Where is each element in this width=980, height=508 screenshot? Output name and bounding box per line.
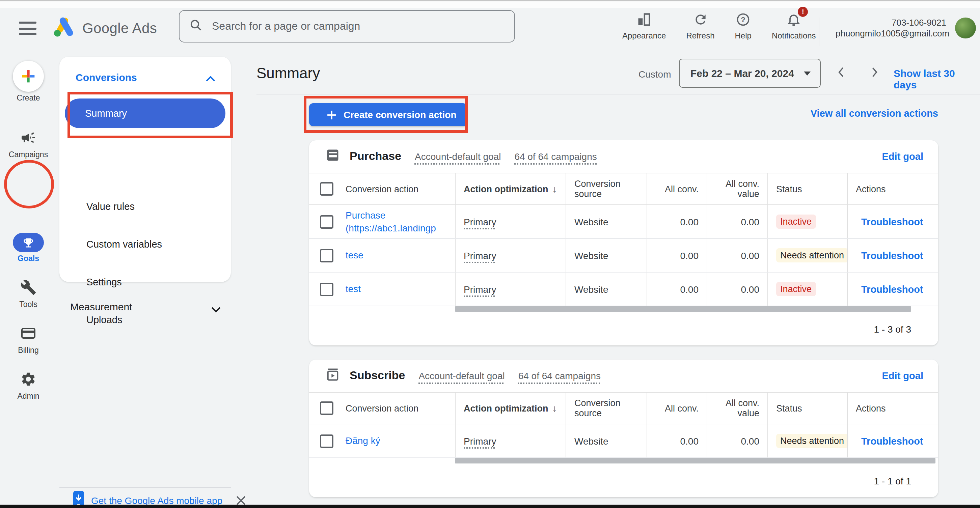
refresh-icon bbox=[693, 11, 708, 29]
subnav-item-value-rules[interactable]: Value rules bbox=[86, 201, 135, 212]
header-divider bbox=[256, 94, 980, 94]
row-checkbox[interactable] bbox=[320, 215, 333, 229]
all-conv-value-cell: 0.00 bbox=[706, 273, 767, 306]
table-row: testPrimaryWebsite0.000.00InactiveTroubl… bbox=[309, 273, 938, 306]
notification-badge: ! bbox=[798, 7, 808, 17]
row-checkbox[interactable] bbox=[320, 434, 333, 448]
bottom-edge-bar bbox=[0, 505, 980, 508]
svg-text:?: ? bbox=[741, 15, 745, 24]
refresh-button[interactable]: Refresh bbox=[686, 11, 714, 40]
create-conversion-action-button[interactable]: Create conversion action bbox=[309, 103, 468, 126]
date-range-picker[interactable]: Feb 22 – Mar 20, 2024 bbox=[679, 59, 821, 88]
optimization-value[interactable]: Primary bbox=[464, 284, 496, 294]
account-info[interactable]: 703-106-9021 phuongmilo1005@gmail.com bbox=[835, 17, 946, 40]
notifications-button[interactable]: ! Notifications bbox=[772, 11, 816, 40]
sort-descending-icon[interactable]: ↓ bbox=[552, 184, 557, 194]
goal-default-badge[interactable]: Account-default goal bbox=[418, 370, 504, 381]
measurement-section[interactable]: Measurement bbox=[59, 297, 231, 317]
all-conv-cell: 0.00 bbox=[647, 239, 706, 272]
appearance-button[interactable]: Appearance bbox=[622, 11, 666, 40]
conversion-source-cell: Website bbox=[566, 239, 647, 272]
troubleshoot-link[interactable]: Troubleshoot bbox=[856, 284, 923, 294]
conversion-action-link[interactable]: test bbox=[345, 283, 361, 295]
row-checkbox[interactable] bbox=[320, 249, 333, 262]
goal-card-header: SubscribeAccount-default goal64 of 64 ca… bbox=[309, 360, 938, 392]
help-button[interactable]: ? Help bbox=[735, 11, 751, 40]
conversion-source-cell: Website bbox=[566, 424, 647, 457]
plus-icon bbox=[327, 110, 337, 120]
close-icon[interactable] bbox=[236, 496, 245, 505]
troubleshoot-link[interactable]: Troubleshoot bbox=[856, 435, 923, 446]
purchase-goal-icon bbox=[325, 148, 340, 165]
google-ads-logo[interactable]: Google Ads bbox=[52, 16, 157, 40]
next-date-range-button[interactable] bbox=[867, 65, 881, 82]
horizontal-scrollbar[interactable] bbox=[455, 306, 911, 312]
dropdown-caret-icon bbox=[804, 71, 811, 75]
sort-descending-icon[interactable]: ↓ bbox=[552, 403, 557, 414]
conversion-action-link[interactable]: Đăng ký bbox=[345, 435, 380, 447]
conversions-section-label[interactable]: Conversions bbox=[76, 71, 137, 83]
conversion-action-link[interactable]: tese bbox=[345, 249, 363, 262]
subnav-item-summary[interactable]: Summary bbox=[65, 98, 226, 128]
goal-card-subscribe: SubscribeAccount-default goal64 of 64 ca… bbox=[309, 360, 938, 497]
edit-goal-link[interactable]: Edit goal bbox=[882, 370, 923, 381]
sidebar-item-billing[interactable]: Billing bbox=[0, 325, 57, 354]
status-badge: Needs attention bbox=[776, 248, 848, 262]
date-mode-label: Custom bbox=[638, 69, 671, 79]
troubleshoot-link[interactable]: Troubleshoot bbox=[856, 216, 923, 227]
sidebar-item-create[interactable]: Create bbox=[0, 61, 57, 102]
goal-campaigns-badge[interactable]: 64 of 64 campaigns bbox=[519, 370, 601, 381]
optimization-value[interactable]: Primary bbox=[464, 216, 496, 227]
pagination-label: 1 - 1 of 1 bbox=[309, 464, 938, 497]
bell-icon: ! bbox=[786, 11, 801, 29]
menu-icon[interactable] bbox=[19, 22, 37, 35]
troubleshoot-link[interactable]: Troubleshoot bbox=[856, 250, 923, 261]
sidebar-item-tools[interactable]: Tools bbox=[0, 279, 57, 308]
conversion-action-cell: test bbox=[309, 273, 455, 306]
column-header: All conv. bbox=[647, 393, 706, 424]
view-all-conversion-actions-link[interactable]: View all conversion actions bbox=[811, 108, 938, 119]
goal-name: Subscribe bbox=[350, 369, 405, 383]
all-conv-cell: 0.00 bbox=[647, 273, 706, 306]
action-optimization-cell: Primary bbox=[455, 239, 566, 272]
status-badge: Inactive bbox=[776, 214, 816, 229]
date-range-value: Feb 22 – Mar 20, 2024 bbox=[690, 67, 794, 79]
all-conv-value-cell: 0.00 bbox=[706, 205, 767, 238]
search-bar[interactable] bbox=[179, 10, 515, 43]
topbar-divider bbox=[819, 17, 819, 46]
column-header: All conv. value bbox=[706, 393, 767, 424]
credit-card-icon bbox=[20, 332, 37, 343]
subnav-item-settings[interactable]: Settings bbox=[86, 276, 122, 287]
select-all-checkbox[interactable] bbox=[320, 182, 333, 196]
avatar[interactable] bbox=[955, 17, 976, 38]
subnav-item-custom-variables[interactable]: Custom variables bbox=[86, 239, 162, 249]
conversion-action-link[interactable]: Purchase (https://abc1.landingp bbox=[345, 210, 447, 234]
action-optimization-cell: Primary bbox=[455, 424, 566, 457]
status-cell: Needs attention bbox=[767, 424, 847, 457]
optimization-value[interactable]: Primary bbox=[464, 250, 496, 261]
account-id: 703-106-9021 bbox=[835, 17, 946, 29]
logo-text: Google Ads bbox=[82, 20, 157, 37]
optimization-value[interactable]: Primary bbox=[464, 435, 496, 446]
goal-default-badge[interactable]: Account-default goal bbox=[415, 151, 501, 162]
pagination-label: 1 - 3 of 3 bbox=[309, 312, 938, 345]
horizontal-scrollbar[interactable] bbox=[455, 458, 935, 464]
conversion-action-cell: Purchase (https://abc1.landingp bbox=[309, 205, 455, 238]
action-optimization-cell: Primary bbox=[455, 205, 566, 238]
select-all-checkbox[interactable] bbox=[320, 402, 333, 415]
row-checkbox[interactable] bbox=[320, 283, 333, 296]
column-header: All conv. bbox=[647, 173, 706, 205]
search-input[interactable] bbox=[211, 19, 505, 33]
status-cell: Inactive bbox=[767, 273, 847, 306]
google-ads-logo-icon bbox=[52, 16, 76, 40]
topbar: Google Ads Appearance bbox=[0, 8, 980, 57]
edit-goal-link[interactable]: Edit goal bbox=[882, 151, 923, 162]
show-last-30-days-link[interactable]: Show last 30 days bbox=[894, 67, 980, 90]
sidebar-item-campaigns[interactable]: Campaigns bbox=[0, 130, 57, 159]
goal-campaigns-badge[interactable]: 64 of 64 campaigns bbox=[514, 151, 597, 162]
sidebar-item-admin[interactable]: Admin bbox=[0, 371, 57, 400]
conversion-action-cell: tese bbox=[309, 239, 455, 272]
prev-date-range-button[interactable] bbox=[834, 65, 849, 82]
chevron-up-icon[interactable] bbox=[205, 73, 216, 85]
sidebar-item-goals[interactable]: Goals bbox=[0, 233, 57, 262]
